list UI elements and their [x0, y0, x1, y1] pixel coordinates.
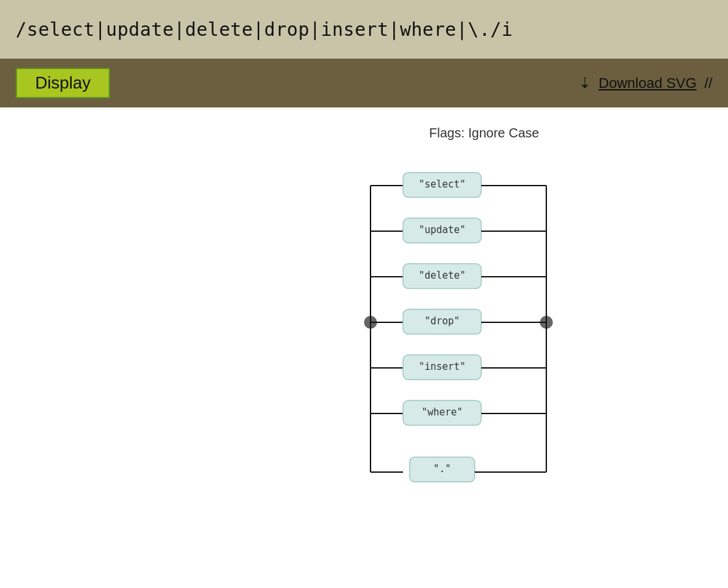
regex-text: /select|update|delete|drop|insert|where|… [16, 19, 513, 40]
slash-slash: // [705, 75, 712, 92]
flags-label: Flags: Ignore Case [429, 126, 539, 141]
download-svg-link[interactable]: Download SVG [598, 75, 696, 92]
delete-text: "delete" [419, 270, 466, 281]
display-button[interactable]: Display [16, 68, 110, 98]
diagram-area: Flags: Ignore Case "select" "update" "de… [0, 107, 728, 588]
dot-text: "." [433, 463, 451, 475]
toolbar: Display ⇣ Download SVG // [0, 59, 728, 107]
where-text: "where" [421, 406, 462, 418]
toolbar-right: ⇣ Download SVG // [579, 75, 712, 92]
insert-text: "insert" [419, 361, 466, 372]
regex-diagram-svg: "select" "update" "delete" "drop" "inser… [344, 147, 579, 524]
select-text: "select" [419, 178, 466, 190]
regex-bar: /select|update|delete|drop|insert|where|… [0, 0, 728, 59]
drop-text: "drop" [425, 315, 460, 327]
update-text: "update" [419, 224, 466, 236]
download-icon: ⇣ [579, 75, 591, 92]
